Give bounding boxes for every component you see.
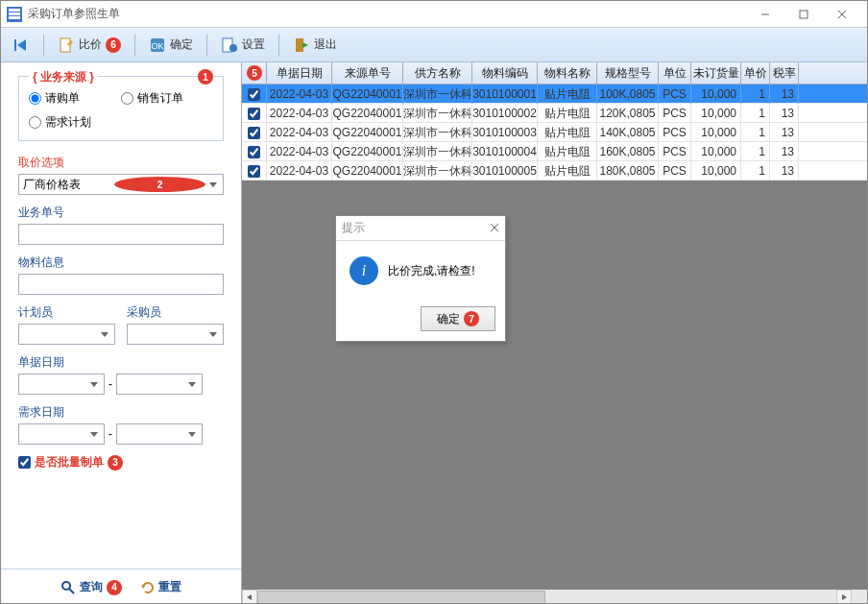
col-price[interactable]: 单价 [741,62,770,84]
cell-source: QG22040001 [332,123,403,142]
cell-supplier: 深圳市一休科 [403,161,472,181]
chevron-down-icon [184,426,200,442]
cell-unit: PCS [659,123,691,142]
app-icon [7,7,22,22]
business-no-input[interactable] [18,224,224,245]
grid-header: 单据日期 来源单号 供方名称 物料编码 物料名称 规格型号 单位 未订货量 单价… [242,62,867,85]
chevron-down-icon [205,177,221,192]
cell-unit: PCS [659,161,691,181]
dialog-ok-button[interactable]: 确定 7 [421,306,495,331]
minimize-button[interactable] [746,2,784,27]
table-row[interactable]: 2022-04-03QG22040001深圳市一休科3010100003贴片电阻… [242,123,867,142]
cell-source: QG22040001 [332,142,403,161]
cell-supplier: 深圳市一休科 [403,142,472,161]
svg-marker-20 [188,382,196,387]
badge-1: 1 [198,69,213,85]
cell-material-code: 3010100001 [472,85,538,104]
message-dialog: 提示 i 比价完成,请检查! 确定 7 [335,215,506,342]
maximize-button[interactable] [784,2,823,27]
col-qty[interactable]: 未订货量 [691,62,741,84]
demand-date-to[interactable] [116,423,203,445]
buyer-select[interactable] [127,324,224,345]
col-bill-date[interactable]: 单据日期 [267,62,332,84]
radio-demand-plan[interactable]: 需求计划 [29,114,121,131]
svg-rect-2 [9,12,20,15]
bill-date-from[interactable] [18,374,105,395]
planner-select[interactable] [18,324,115,345]
demand-date-label: 需求日期 [18,404,224,421]
cell-tax: 13 [770,123,799,142]
badge-7: 7 [464,311,479,326]
svg-marker-21 [90,432,98,437]
demand-date-from[interactable] [18,423,105,445]
radio-sales-order[interactable]: 销售订单 [121,90,213,107]
col-material-name[interactable]: 物料名称 [538,62,597,84]
undo-icon [139,580,155,595]
info-icon: i [350,256,378,285]
svg-rect-8 [14,39,16,51]
first-record-button[interactable] [7,35,36,56]
cell-date: 2022-04-03 [267,123,332,142]
row-checkbox[interactable] [242,85,267,104]
row-checkbox[interactable] [242,161,267,181]
cell-date: 2022-04-03 [267,85,332,104]
confirm-label: 确定 [170,36,193,53]
batch-checkbox[interactable]: 是否批量制单 3 [18,454,224,471]
cell-tax: 13 [770,85,799,104]
settings-icon [221,36,238,54]
reset-button[interactable]: 重置 [139,579,181,595]
col-supplier[interactable]: 供方名称 [403,62,472,84]
radio-requisition[interactable]: 请购单 [29,90,121,107]
cell-qty: 10,000 [691,161,741,181]
cell-supplier: 深圳市一休科 [403,85,472,104]
col-unit[interactable]: 单位 [659,62,691,84]
cell-unit: PCS [659,85,691,104]
row-checkbox[interactable] [242,123,267,142]
table-row[interactable]: 2022-04-03QG22040001深圳市一休科3010100001贴片电阻… [242,85,867,104]
confirm-button[interactable]: OK 确定 [143,35,199,56]
material-info-input[interactable] [18,274,224,295]
price-option-select[interactable]: 厂商价格表 2 [18,174,224,195]
svg-point-23 [62,582,70,590]
table-row[interactable]: 2022-04-03QG22040001深圳市一休科3010100002贴片电阻… [242,104,867,123]
col-source-no[interactable]: 来源单号 [332,62,403,84]
bill-date-to[interactable] [116,374,203,395]
cell-material-name: 贴片电阻 [538,85,597,104]
data-grid: 单据日期 来源单号 供方名称 物料编码 物料名称 规格型号 单位 未订货量 单价… [242,62,867,181]
settings-button[interactable]: 设置 [215,35,271,56]
search-icon [60,580,76,595]
scroll-thumb[interactable] [257,591,545,604]
cell-tax: 13 [770,104,799,123]
close-icon [490,223,499,232]
row-checkbox[interactable] [242,104,267,123]
badge-2: 2 [114,177,205,192]
cell-material-code: 3010100002 [472,104,538,123]
query-button[interactable]: 查询 4 [60,579,122,595]
price-option-label: 取价选项 [18,155,224,171]
row-checkbox[interactable] [242,142,267,161]
scroll-right-button[interactable] [836,590,852,604]
table-row[interactable]: 2022-04-03QG22040001深圳市一休科3010100005贴片电阻… [242,161,867,181]
badge-4: 4 [107,580,122,595]
cell-price: 1 [741,104,770,123]
compare-price-button[interactable]: 比价 6 [52,35,127,56]
col-material-code[interactable]: 物料编码 [472,62,538,84]
svg-marker-16 [209,182,217,187]
cell-unit: PCS [659,104,691,123]
exit-button[interactable]: 退出 [287,35,343,56]
cell-spec: 160K,0805 [597,142,659,161]
col-spec[interactable]: 规格型号 [597,62,659,84]
cell-date: 2022-04-03 [267,142,332,161]
chevron-down-icon [205,326,221,342]
material-info-label: 物料信息 [18,254,224,271]
col-tax[interactable]: 税率 [770,62,799,84]
horizontal-scrollbar[interactable] [242,590,852,604]
table-row[interactable]: 2022-04-03QG22040001深圳市一休科3010100004贴片电阻… [242,142,867,161]
dialog-close-button[interactable] [490,222,499,235]
chevron-down-icon [86,426,102,442]
close-button[interactable] [823,2,861,27]
business-no-label: 业务单号 [18,205,224,221]
cell-date: 2022-04-03 [267,161,332,181]
scroll-left-button[interactable] [242,590,257,604]
data-grid-area: 5 单据日期 来源单号 供方名称 物料编码 物料名称 规格型号 单位 未订货量 … [242,62,867,604]
